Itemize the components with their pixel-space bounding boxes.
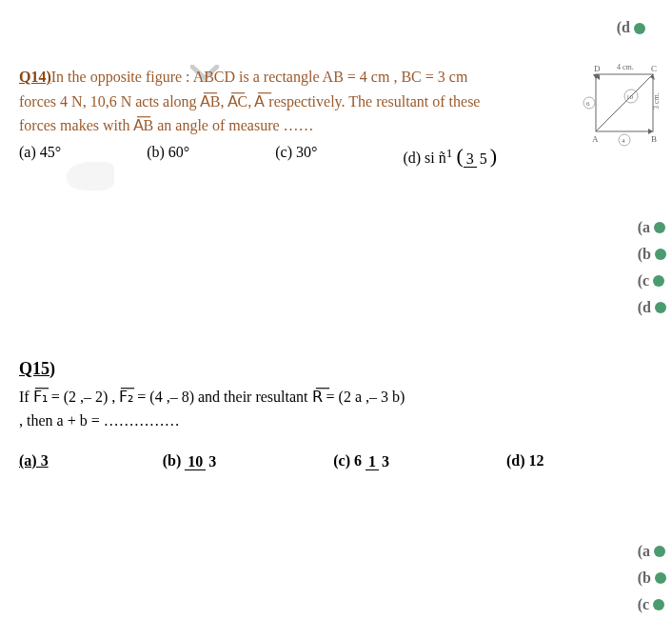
q14-d-prefix: (d) si ñ <box>403 150 445 166</box>
side-opt-b2[interactable]: (b <box>638 569 666 587</box>
q14-options: (a) 45° (b) 60° (c) 30° (d) si ñ1 (35) <box>19 144 653 169</box>
q14-line2: forces 4 N, 10,6 N acts along A͞B, A͞C, … <box>19 93 480 110</box>
side-opt-a[interactable]: (a <box>638 219 666 236</box>
q15-c-prefix: (c) 6 <box>333 452 366 469</box>
q15-label: Q15) <box>19 359 653 379</box>
fig-label-B: B <box>651 134 657 144</box>
q14-opt-d[interactable]: (d) si ñ1 (35) <box>403 144 497 169</box>
q15-opt-b[interactable]: (b) 103 <box>163 452 220 469</box>
q14-opt-b[interactable]: (b) 60° <box>147 144 189 169</box>
fig-label-A: A <box>592 134 599 144</box>
fig-force-4: 4 <box>622 137 625 145</box>
shadow-decoration <box>67 162 114 190</box>
fig-label-D: D <box>594 64 601 73</box>
radio-icon <box>653 275 664 287</box>
radio-icon <box>655 572 666 584</box>
q14-d-sup: 1 <box>446 145 453 159</box>
q14-body: Q14)In the opposite figure : ABCD is a r… <box>19 65 647 138</box>
radio-icon[interactable] <box>634 23 645 34</box>
q15-opt-c[interactable]: (c) 6 13 <box>333 452 392 469</box>
q15-options: (a) 3 (b) 103 (c) 6 13 (d) 12 <box>19 452 653 469</box>
fig-right-label: 3 cm. <box>652 92 661 110</box>
side-opt-c2[interactable]: (c <box>638 596 666 613</box>
radio-icon <box>655 249 666 260</box>
q14-label: Q14) <box>19 69 51 85</box>
q14-line1: In the opposite figure : ABCD is a recta… <box>51 69 468 85</box>
q14-d-den: 5 <box>477 150 490 167</box>
top-option-d: (d <box>19 19 653 36</box>
q15-b-den: 3 <box>206 453 219 469</box>
q15-opt-a[interactable]: (a) 3 <box>19 452 49 469</box>
rectangle-figure: D C A B 4 cm. 3 cm. 6 10 4 <box>586 60 662 146</box>
radio-icon <box>654 222 665 233</box>
q15-c-den: 3 <box>379 453 392 469</box>
q14-line3: forces makes with A͞B an angle of measur… <box>19 117 314 133</box>
q14-opt-a[interactable]: (a) 45° <box>19 144 61 169</box>
question-15: Q15) If F͞₁ = (2 ,– 2) , F͞₂ = (4 ,– 8) … <box>19 359 653 470</box>
question-14: D C A B 4 cm. 3 cm. 6 10 4 Q14)In the op… <box>19 65 653 169</box>
q15-opt-d[interactable]: (d) 12 <box>506 452 544 469</box>
side-opt-c[interactable]: (c <box>638 272 666 290</box>
q15-line1: If F͞₁ = (2 ,– 2) , F͞₂ = (4 ,– 8) and t… <box>19 389 405 405</box>
radio-icon <box>654 546 665 557</box>
side-opt-a2[interactable]: (a <box>638 543 666 560</box>
fig-top-label: 4 cm. <box>617 63 634 71</box>
fig-force-10: 10 <box>626 93 634 101</box>
fig-label-C: C <box>651 64 657 73</box>
q15-b-num: 10 <box>185 453 206 470</box>
side-options-q14: (a (b (c (d <box>638 219 666 316</box>
svg-line-1 <box>596 74 653 131</box>
q14-d-num: 3 <box>464 150 477 168</box>
fig-force-6: 6 <box>586 100 590 108</box>
q15-b-prefix: (b) <box>163 452 186 469</box>
q14-opt-c[interactable]: (c) 30° <box>275 144 317 169</box>
side-options-q15: (a (b (c <box>638 543 666 613</box>
q15-c-num: 1 <box>366 453 379 470</box>
side-opt-d[interactable]: (d <box>638 299 666 316</box>
side-opt-b[interactable]: (b <box>638 246 666 263</box>
radio-icon <box>653 599 664 610</box>
q15-line2: , then a + b = …………… <box>19 412 180 429</box>
radio-icon <box>655 302 666 313</box>
top-d-label: (d <box>617 19 630 35</box>
q15-body: If F͞₁ = (2 ,– 2) , F͞₂ = (4 ,– 8) and t… <box>19 385 653 433</box>
